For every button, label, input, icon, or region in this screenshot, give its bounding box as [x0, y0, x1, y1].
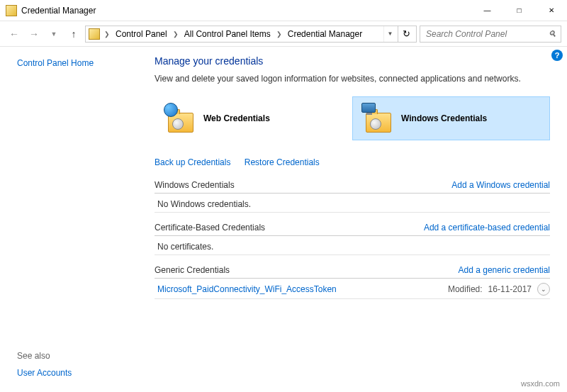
content-area: Control Panel Home See also User Account… [0, 47, 567, 392]
add-cert-credential-link[interactable]: Add a certificate-based credential [424, 223, 550, 233]
windows-credentials-label: Windows Credentials [401, 113, 487, 123]
breadcrumb-all-items[interactable]: All Control Panel Items [181, 26, 274, 42]
breadcrumb-control-panel[interactable]: Control Panel [113, 26, 170, 42]
user-accounts-link[interactable]: User Accounts [17, 368, 72, 378]
generic-credential-item[interactable]: Microsoft_PaidConnectivity_WiFi_AccessTo… [155, 279, 550, 299]
breadcrumb-credential-manager[interactable]: Credential Manager [285, 26, 365, 42]
page-subtitle: View and delete your saved logon informa… [155, 74, 550, 84]
action-links: Back up Credentials Restore Credentials [155, 157, 550, 167]
chevron-right-icon[interactable]: ❯ [103, 30, 111, 38]
page-title: Manage your credentials [155, 55, 550, 67]
cert-credentials-empty: No certificates. [155, 236, 550, 255]
expand-credential-button[interactable]: ⌄ [537, 283, 550, 296]
windows-credentials-section-title: Windows Credentials [155, 180, 235, 190]
minimize-button[interactable]: — [471, 0, 503, 21]
titlebar: Credential Manager — □ ✕ [0, 0, 567, 21]
credential-modified-label: Modified: [448, 284, 483, 294]
windows-credentials-tile[interactable]: Windows Credentials [352, 96, 550, 140]
generic-credentials-section-header: Generic Credentials Add a generic creden… [155, 265, 550, 279]
windows-credentials-icon [361, 104, 393, 133]
watermark: wsxdn.com [521, 379, 560, 388]
credential-modified-date: 16-11-2017 [488, 284, 532, 294]
see-also-label: See also [17, 351, 72, 361]
refresh-button[interactable]: ↻ [398, 26, 415, 42]
address-bar[interactable]: ❯ Control Panel ❯ All Control Panel Item… [85, 26, 417, 43]
toolbar: ← → ▼ ↑ ❯ Control Panel ❯ All Control Pa… [0, 21, 567, 47]
help-icon[interactable]: ? [551, 50, 563, 61]
recent-dropdown-icon[interactable]: ▼ [45, 26, 62, 43]
address-icon [89, 28, 100, 40]
web-credentials-icon [164, 104, 195, 133]
search-box[interactable]: 🔍︎ [420, 26, 561, 43]
add-windows-credential-link[interactable]: Add a Windows credential [451, 180, 550, 190]
generic-credentials-section-title: Generic Credentials [155, 265, 230, 275]
app-icon [6, 5, 17, 16]
windows-credentials-empty: No Windows credentials. [155, 194, 550, 213]
cert-credentials-section-header: Certificate-Based Credentials Add a cert… [155, 223, 550, 236]
chevron-right-icon[interactable]: ❯ [275, 30, 284, 38]
search-icon[interactable]: 🔍︎ [548, 29, 556, 39]
windows-credentials-section-header: Windows Credentials Add a Windows creden… [155, 180, 550, 194]
maximize-button[interactable]: □ [503, 0, 535, 21]
backup-credentials-link[interactable]: Back up Credentials [155, 157, 230, 167]
web-credentials-tile[interactable]: Web Credentials [155, 96, 352, 140]
control-panel-home-link[interactable]: Control Panel Home [17, 58, 135, 68]
credential-type-tiles: Web Credentials Windows Credentials [155, 96, 550, 140]
forward-button[interactable]: → [26, 26, 43, 43]
add-generic-credential-link[interactable]: Add a generic credential [459, 265, 550, 275]
cert-credentials-section-title: Certificate-Based Credentials [155, 223, 265, 233]
chevron-right-icon[interactable]: ❯ [172, 30, 180, 38]
search-input[interactable] [425, 28, 548, 40]
close-button[interactable]: ✕ [535, 0, 567, 21]
restore-credentials-link[interactable]: Restore Credentials [245, 157, 320, 167]
main-panel: ? Manage your credentials View and delet… [142, 47, 567, 392]
credential-name: Microsoft_PaidConnectivity_WiFi_AccessTo… [157, 284, 337, 294]
web-credentials-label: Web Credentials [203, 113, 270, 123]
up-button[interactable]: ↑ [65, 26, 82, 43]
sidebar: Control Panel Home See also User Account… [0, 47, 142, 392]
back-button[interactable]: ← [6, 26, 23, 43]
window-title: Credential Manager [21, 6, 96, 16]
address-dropdown-icon[interactable]: ▼ [383, 26, 396, 42]
